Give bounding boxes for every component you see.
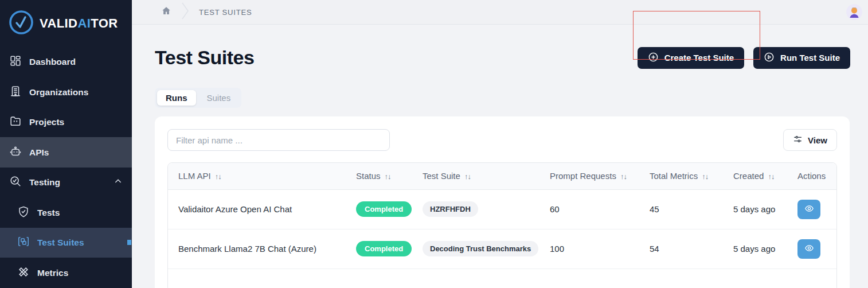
plus-circle-icon xyxy=(648,52,659,64)
apis-robot-icon xyxy=(9,145,22,160)
sliders-icon xyxy=(793,134,803,146)
tests-shield-check-icon xyxy=(17,205,30,220)
tab-suites[interactable]: Suites xyxy=(198,90,240,106)
chevron-up-icon xyxy=(114,177,123,188)
sidebar: VALIDAITOR Dashboard Organizations Proje… xyxy=(0,0,132,288)
sidebar-item-dashboard[interactable]: Dashboard xyxy=(0,47,132,77)
sidebar-item-testing[interactable]: Testing xyxy=(0,168,132,198)
sidebar-item-label: Tests xyxy=(37,208,60,218)
sidebar-item-label: APIs xyxy=(29,147,49,158)
test-suites-icon xyxy=(17,235,30,250)
sidebar-item-label: Projects xyxy=(29,117,64,127)
filter-api-name-input[interactable] xyxy=(167,129,390,151)
projects-icon xyxy=(9,115,22,130)
run-test-suite-button[interactable]: Run Test Suite xyxy=(753,47,850,69)
eye-icon xyxy=(804,204,814,215)
column-header-prompt-requests[interactable]: Prompt Requests↑↓ xyxy=(539,163,639,189)
sidebar-item-label: Test Suites xyxy=(37,238,84,248)
view-run-button[interactable] xyxy=(797,200,820,219)
breadcrumb-chevron-icon xyxy=(181,2,190,22)
sort-icon: ↑↓ xyxy=(620,172,627,181)
user-avatar[interactable] xyxy=(846,4,862,20)
sort-icon: ↑↓ xyxy=(464,172,471,181)
tab-runs[interactable]: Runs xyxy=(157,90,196,106)
metrics-tools-icon xyxy=(17,266,30,281)
column-header-test-suite[interactable]: Test Suite↑↓ xyxy=(412,163,539,189)
test-suite-badge: Decoding Trust Benchmarks xyxy=(423,241,538,256)
active-item-marker xyxy=(127,240,131,245)
sort-icon: ↑↓ xyxy=(768,172,774,181)
page-header: Test Suites Create Test Suite Run Test S… xyxy=(132,25,868,69)
cell-created: 5 days ago xyxy=(723,229,787,268)
column-header-total-metrics[interactable]: Total Metrics↑↓ xyxy=(639,163,723,189)
runs-table-card: View LLM API↑↓ Status↑↓ Test Suite↑↓ Pro… xyxy=(155,116,850,288)
check-circle-logo-icon xyxy=(8,9,34,38)
sidebar-item-apis[interactable]: APIs xyxy=(0,137,132,168)
status-badge: Completed xyxy=(356,201,412,217)
sidebar-item-tests[interactable]: Tests xyxy=(0,197,132,228)
column-header-created[interactable]: Created↑↓ xyxy=(723,163,787,189)
tabs: Runs Suites xyxy=(155,88,868,108)
play-circle-icon xyxy=(764,52,775,64)
column-header-status[interactable]: Status↑↓ xyxy=(346,163,412,189)
sidebar-item-projects[interactable]: Projects xyxy=(0,107,132,138)
brand-logo[interactable]: VALIDAITOR xyxy=(0,0,132,47)
create-test-suite-button[interactable]: Create Test Suite xyxy=(638,47,744,69)
home-icon[interactable] xyxy=(161,6,171,18)
brand-name: VALIDAITOR xyxy=(40,16,118,31)
column-header-llm-api[interactable]: LLM API↑↓ xyxy=(168,163,346,189)
breadcrumb-current: TEST SUITES xyxy=(199,8,252,17)
cell-prompt-requests: 60 xyxy=(539,189,639,229)
eye-icon xyxy=(804,243,814,255)
sidebar-item-label: Metrics xyxy=(37,268,68,278)
cell-created: 5 days ago xyxy=(723,189,787,229)
cell-prompt-requests: 100 xyxy=(539,229,639,268)
sort-icon: ↑↓ xyxy=(702,172,708,181)
sidebar-item-label: Dashboard xyxy=(29,57,76,67)
view-run-button[interactable] xyxy=(797,239,820,259)
table-row: Benchmark Llama2 7B Chat (Azure) Complet… xyxy=(168,229,837,268)
table-row xyxy=(168,268,837,288)
topbar: TEST SUITES xyxy=(132,0,868,25)
sort-icon: ↑↓ xyxy=(215,172,221,181)
view-button[interactable]: View xyxy=(783,129,837,151)
sidebar-item-label: Organizations xyxy=(29,87,88,98)
cell-llm-api: Benchmark Llama2 7B Chat (Azure) xyxy=(168,229,346,268)
sidebar-item-organizations[interactable]: Organizations xyxy=(0,77,132,107)
page-title: Test Suites xyxy=(155,46,254,69)
cell-total-metrics: 54 xyxy=(639,229,723,268)
sidebar-item-metrics[interactable]: Metrics xyxy=(0,258,132,288)
cell-llm-api: Validaitor Azure Open AI Chat xyxy=(168,189,346,229)
table-row: Validaitor Azure Open AI Chat Completed … xyxy=(168,189,837,229)
testing-search-check-icon xyxy=(9,175,22,190)
status-badge: Completed xyxy=(356,241,412,256)
sort-icon: ↑↓ xyxy=(385,172,391,181)
column-header-actions: Actions xyxy=(787,163,837,189)
test-suite-badge: HZRFHFDH xyxy=(423,201,478,217)
sidebar-item-label: Testing xyxy=(29,177,60,188)
main-area: TEST SUITES Test Suites Create Test Suit… xyxy=(132,0,868,288)
organizations-icon xyxy=(9,85,22,100)
dashboard-icon xyxy=(9,55,22,69)
runs-table: LLM API↑↓ Status↑↓ Test Suite↑↓ Prompt R… xyxy=(167,162,837,288)
cell-total-metrics: 45 xyxy=(639,189,723,229)
sidebar-item-test-suites[interactable]: Test Suites xyxy=(0,228,132,258)
